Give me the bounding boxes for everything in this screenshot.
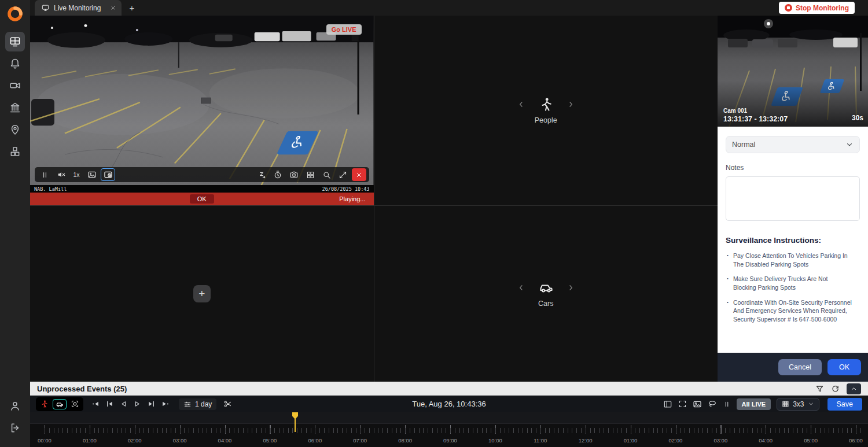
pause-all-button[interactable] (723, 400, 731, 408)
unprocessed-events-title: Unprocessed Events (25) (37, 385, 127, 393)
fullscreen-button[interactable] (678, 400, 687, 408)
sidebar-item-account[interactable] (5, 396, 25, 416)
people-filter-toggle[interactable] (40, 400, 49, 408)
notes-input[interactable] (726, 176, 860, 221)
skip-start-icon (105, 400, 114, 408)
add-camera-button[interactable]: + (193, 285, 211, 302)
zoom-button[interactable] (319, 168, 334, 181)
snapshot-button[interactable] (287, 168, 301, 181)
chevron-right-icon (567, 283, 575, 292)
next-event-button[interactable] (161, 400, 170, 408)
history-button[interactable] (271, 168, 285, 181)
timeline-hour-label: 03:00 (698, 437, 743, 444)
close-stream-button[interactable] (352, 168, 366, 181)
timestamp-overlay-button[interactable] (101, 168, 115, 181)
sidebar-item-locations[interactable] (5, 120, 25, 139)
playback-speed-button[interactable]: 1x (70, 168, 83, 181)
sidebar-item-sites[interactable] (5, 98, 25, 117)
boxes-icon (9, 146, 21, 157)
severity-selected-value: Normal (732, 141, 755, 149)
expand-button[interactable] (336, 168, 350, 181)
go-live-button[interactable]: Go LIVE (326, 24, 362, 35)
cancel-button[interactable]: Cancel (778, 359, 822, 375)
timeline-labels: 00:00 01:00 02:00 03:00 04:00 05:00 06:0… (30, 437, 868, 444)
scissors-icon (223, 400, 232, 408)
frame-export-button[interactable] (84, 168, 99, 181)
sidebar (0, 0, 30, 447)
timeline-hour-label: 07:00 (337, 437, 382, 444)
car-icon (538, 280, 554, 295)
instructions-list: Pay Close Attention To Vehicles Parking … (726, 252, 860, 324)
app-logo[interactable] (6, 5, 24, 23)
chevron-down-icon (808, 401, 814, 407)
live-camera-feed[interactable]: Go LIVE 1x (30, 16, 374, 185)
timeline-hour-label: 00:00 (30, 437, 67, 444)
refresh-events-button[interactable] (831, 385, 840, 393)
ok-button[interactable]: OK (827, 359, 861, 375)
grid-cell-cars: Cars (374, 206, 718, 382)
sidebar-item-assets[interactable] (5, 142, 25, 161)
save-button[interactable]: Save (827, 398, 863, 411)
instruction-item: Pay Close Attention To Vehicles Parking … (726, 252, 852, 268)
event-thumbnail[interactable]: Cam 001 13:31:37 - 13:32:07 30s (718, 16, 868, 127)
control-bar-right: All LIVE 3x3 Save (663, 398, 862, 411)
sidebar-item-alerts[interactable] (5, 54, 25, 73)
skip-to-start-button[interactable] (105, 400, 114, 408)
step-forward-button[interactable] (133, 400, 142, 408)
sidebar-item-cameras[interactable] (5, 76, 25, 95)
new-tab-button[interactable]: + (124, 0, 140, 16)
stop-monitoring-button[interactable]: Stop Monitoring (779, 2, 855, 14)
timeline-hour-label: 10:00 (473, 437, 518, 444)
people-prev-button[interactable] (517, 100, 525, 109)
timeline[interactable]: 00:00 01:00 02:00 03:00 04:00 05:00 06:0… (30, 412, 868, 447)
cars-filter-toggle[interactable] (53, 399, 67, 409)
lasso-select-button[interactable] (708, 400, 717, 409)
skip-to-end-button[interactable] (147, 400, 156, 408)
playback-status: Playing... (339, 195, 365, 202)
sidebar-item-video-wall[interactable] (5, 32, 25, 51)
time-range-label: 1 day (195, 400, 212, 408)
step-back-icon (119, 400, 128, 408)
clip-cut-button[interactable] (223, 400, 232, 408)
collapse-events-button[interactable] (847, 383, 861, 394)
previous-event-button[interactable] (91, 400, 100, 408)
face-filter-toggle[interactable] (71, 400, 79, 408)
pause-button[interactable] (38, 168, 52, 181)
grid-cell-empty: + (30, 206, 374, 382)
cars-next-button[interactable] (567, 283, 575, 292)
time-range-button[interactable]: 1 day (179, 398, 216, 410)
skip-end-icon (147, 400, 156, 408)
tab-live-monitoring[interactable]: Live Monitoring (35, 0, 122, 16)
cars-prev-button[interactable] (517, 283, 525, 292)
grid-icon (306, 171, 315, 179)
sleep-timer-button[interactable] (255, 168, 269, 181)
alert-ok-button[interactable]: OK (190, 194, 214, 204)
layout-grid-button[interactable] (303, 168, 318, 181)
timeline-scrub-strip[interactable] (30, 412, 868, 424)
logo-icon (6, 5, 24, 23)
people-next-button[interactable] (567, 100, 575, 109)
step-backward-button[interactable] (119, 400, 128, 408)
event-time-range: 13:31:37 - 13:32:07 (723, 115, 788, 123)
instructions-title: Surveillance Instructions: (726, 236, 860, 245)
all-live-button[interactable]: All LIVE (737, 398, 771, 410)
severity-select[interactable]: Normal (726, 136, 860, 153)
image-clock-icon (104, 170, 113, 179)
timeline-playhead[interactable] (295, 412, 296, 432)
snapshot-all-button[interactable] (693, 400, 702, 409)
tab-close-icon[interactable] (110, 5, 116, 11)
top-bar: Live Monitoring + Stop Monitoring (30, 0, 868, 16)
notes-label: Notes (726, 164, 860, 172)
fullscreen-corners-icon (678, 400, 687, 408)
fullscreen-icon (339, 171, 347, 179)
filter-events-button[interactable] (815, 385, 824, 393)
timeline-hour-label: 01:00 (67, 437, 112, 444)
sign-out-icon (9, 422, 21, 434)
grid-size-select[interactable]: 3x3 (777, 398, 819, 411)
next-event-icon (161, 400, 170, 408)
running-person-icon (538, 97, 554, 112)
sidebar-item-sign-out[interactable] (5, 418, 25, 438)
layout-panel-button[interactable] (663, 400, 672, 409)
mute-button[interactable] (54, 168, 68, 181)
app-root: Live Monitoring + Stop Monitoring (0, 0, 868, 447)
